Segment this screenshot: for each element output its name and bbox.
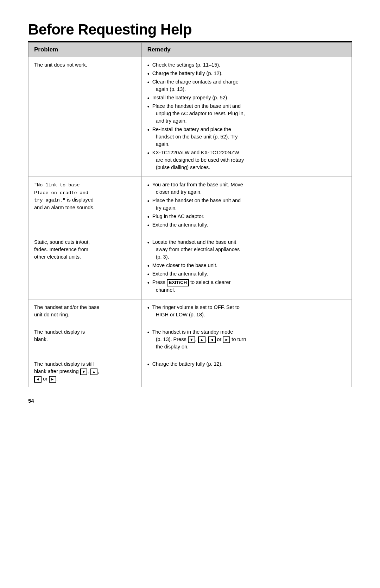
list-item: Place the handset on the base unit andtr… xyxy=(147,197,346,212)
problem-cell: The handset display is stillblank after … xyxy=(28,356,142,387)
right-key: ► xyxy=(49,376,56,383)
list-item: Plug in the AC adaptor. xyxy=(147,213,346,220)
list-item: Move closer to the base unit. xyxy=(147,262,346,269)
list-item: You are too far from the base unit. Move… xyxy=(147,181,346,196)
table-row: The unit does not work. Check the settin… xyxy=(28,57,352,177)
list-item: Press EXIT/CH to select a clearerchannel… xyxy=(147,279,346,294)
table-row: The handset display is stillblank after … xyxy=(28,356,352,387)
problem-text: Static, sound cuts in/out,fades. Interfe… xyxy=(34,239,90,260)
remedy-cell: The handset is in the standby mode(p. 13… xyxy=(141,324,352,356)
problem-text: The handset and/or the baseunit do not r… xyxy=(34,304,99,317)
left-arrow-key: ◄ xyxy=(208,336,216,343)
list-item: The ringer volume is set to OFF. Set toH… xyxy=(147,304,346,318)
list-item: Locate the handset and the base unitaway… xyxy=(147,239,346,261)
table-row: The handset display isblank. The handset… xyxy=(28,324,352,356)
remedy-cell: Locate the handset and the base unitaway… xyxy=(141,234,352,299)
list-item: Check the settings (p. 11–15). xyxy=(147,61,346,69)
list-item: Charge the battery fully (p. 12). xyxy=(147,70,346,77)
table-row: The handset and/or the baseunit do not r… xyxy=(28,299,352,324)
page-number: 54 xyxy=(28,398,352,404)
up-key: ▲ xyxy=(90,369,98,375)
table-row: "No link to basePlace on cradle andtry a… xyxy=(28,177,352,234)
list-item: Extend the antenna fully. xyxy=(147,221,346,229)
remedy-cell: Check the settings (p. 11–15). Charge th… xyxy=(141,57,352,177)
problem-cell: Static, sound cuts in/out,fades. Interfe… xyxy=(28,234,142,299)
problem-text: The handset display is stillblank after … xyxy=(34,361,99,382)
problem-text: The unit does not work. xyxy=(34,62,87,68)
list-item: Place the handset on the base unit andun… xyxy=(147,103,346,125)
problem-cell: "No link to basePlace on cradle andtry a… xyxy=(28,177,142,234)
problem-cell: The unit does not work. xyxy=(28,57,142,177)
list-item: Re-install the battery and place thehand… xyxy=(147,126,346,148)
down-arrow-key: ▼ xyxy=(188,336,195,343)
remedy-cell: Charge the battery fully (p. 12). xyxy=(141,356,352,387)
down-key: ▼ xyxy=(80,369,88,375)
problem-text: The handset display isblank. xyxy=(34,329,85,342)
list-item: Extend the antenna fully. xyxy=(147,270,346,278)
list-item: Charge the battery fully (p. 12). xyxy=(147,360,346,368)
table-row: Static, sound cuts in/out,fades. Interfe… xyxy=(28,234,352,299)
problem-cell: The handset display isblank. xyxy=(28,324,142,356)
page-title: Before Requesting Help xyxy=(28,21,352,38)
problem-header: Problem xyxy=(28,43,142,57)
list-item: Clean the charge contacts and chargeagai… xyxy=(147,78,346,93)
list-item: KX-TC1220ALW and KX-TC1220NZWare not des… xyxy=(147,149,346,171)
list-item: Install the battery properly (p. 52). xyxy=(147,94,346,101)
exit-ch-key: EXIT/CH xyxy=(167,279,189,286)
problem-cell: The handset and/or the baseunit do not r… xyxy=(28,299,142,324)
right-arrow-key: ► xyxy=(223,336,230,343)
remedy-header: Remedy xyxy=(141,43,352,57)
up-arrow-key: ▲ xyxy=(198,336,205,343)
troubleshoot-table: Problem Remedy The unit does not work. C… xyxy=(28,42,352,387)
left-key: ◄ xyxy=(34,376,42,383)
list-item: The handset is in the standby mode(p. 13… xyxy=(147,328,346,351)
remedy-cell: The ringer volume is set to OFF. Set toH… xyxy=(141,299,352,324)
remedy-cell: You are too far from the base unit. Move… xyxy=(141,177,352,234)
